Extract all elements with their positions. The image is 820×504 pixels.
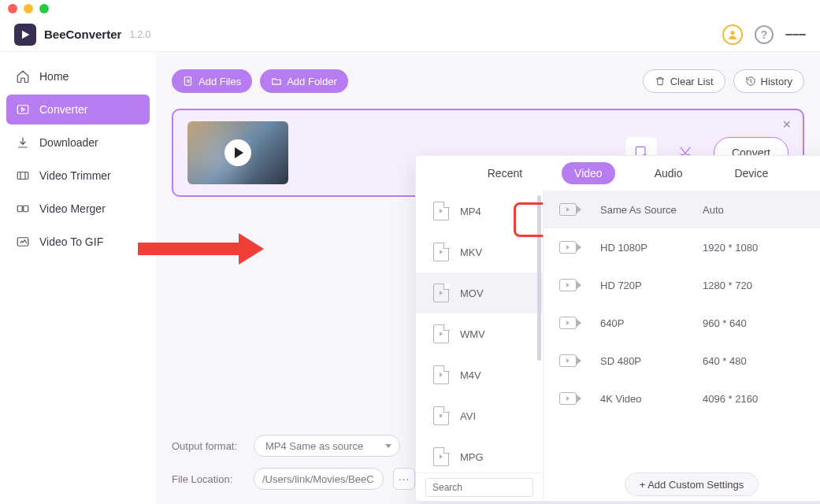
format-item-mp4[interactable]: MP4 (416, 191, 543, 232)
svg-rect-6 (184, 77, 191, 86)
merge-icon (16, 202, 30, 216)
tab-audio[interactable]: Audio (642, 162, 696, 184)
svg-rect-2 (17, 172, 28, 180)
file-icon (433, 284, 449, 302)
tab-recent[interactable]: Recent (475, 162, 535, 184)
format-item-m4v[interactable]: M4V (416, 354, 543, 395)
help-icon: ? (755, 25, 774, 44)
remove-clip-button[interactable]: ✕ (782, 118, 792, 131)
account-button[interactable] (722, 24, 743, 45)
format-label: MPG (460, 451, 484, 463)
sidebar-item-converter[interactable]: Converter (6, 94, 150, 124)
file-icon (433, 324, 449, 343)
help-button[interactable]: ? (754, 24, 774, 45)
window-close-icon[interactable] (8, 4, 17, 13)
window-zoom-icon[interactable] (39, 4, 49, 13)
svg-rect-3 (17, 206, 22, 212)
resolution-name: 4K Video (600, 393, 703, 405)
window-minimize-icon[interactable] (24, 4, 33, 13)
clear-list-label: Clear List (670, 76, 714, 87)
tab-label: Audio (655, 167, 683, 180)
resolution-name: SD 480P (600, 355, 703, 367)
resolution-item[interactable]: 4K Video4096 * 2160 (544, 380, 820, 417)
format-list[interactable]: MP4 MKV MOV WMV M4V AVI MPG (416, 191, 543, 472)
format-search-input[interactable] (425, 478, 533, 497)
camera-icon (559, 317, 577, 329)
resolution-item[interactable]: HD 1080P1920 * 1080 (544, 228, 820, 266)
format-item-mov[interactable]: MOV (416, 272, 543, 313)
sidebar-item-downloader[interactable]: Downloader (6, 128, 150, 158)
play-icon (224, 139, 251, 166)
output-format-label: Output format: (172, 440, 244, 452)
resolution-name: Same As Source (600, 204, 703, 216)
app-name: BeeConverter (44, 28, 121, 41)
format-popover: Recent Video Audio Device MP4 MKV MOV WM… (415, 155, 820, 502)
app-logo-icon (14, 24, 36, 46)
resolution-item[interactable]: Same As SourceAuto (544, 191, 820, 228)
output-format-value: MP4 Same as source (265, 440, 363, 452)
svg-rect-1 (17, 106, 28, 114)
file-icon (433, 202, 449, 220)
format-label: WMV (460, 328, 485, 340)
add-custom-settings-button[interactable]: + Add Custom Settings (625, 472, 759, 496)
format-item-wmv[interactable]: WMV (416, 313, 543, 354)
output-format-select[interactable]: MP4 Same as source (254, 435, 400, 457)
format-label: MKV (460, 246, 482, 258)
add-folder-button[interactable]: Add Folder (260, 69, 348, 93)
main-toolbar: Add Files Add Folder Clear List History (172, 69, 804, 93)
file-icon (433, 243, 449, 261)
add-folder-label: Add Folder (287, 76, 337, 87)
file-location-value: /Users/link/Movies/BeeC (262, 473, 374, 485)
sidebar-item-gif[interactable]: Video To GIF (6, 227, 150, 257)
sidebar: Home Converter Downloader Video Trimmer … (0, 52, 156, 504)
format-item-mkv[interactable]: MKV (416, 232, 543, 272)
menu-button[interactable] (785, 24, 806, 45)
browse-path-button[interactable]: ··· (393, 468, 415, 490)
tab-device[interactable]: Device (722, 162, 781, 184)
user-icon (722, 24, 743, 45)
sidebar-item-home[interactable]: Home (6, 61, 150, 91)
resolution-size: 640 * 480 (703, 355, 747, 367)
sidebar-item-merger[interactable]: Video Merger (6, 194, 150, 224)
sidebar-item-label: Home (39, 70, 69, 83)
format-item-avi[interactable]: AVI (416, 395, 543, 436)
clear-list-button[interactable]: Clear List (643, 69, 725, 93)
camera-icon (559, 241, 577, 254)
resolution-list: Same As SourceAuto HD 1080P1920 * 1080 H… (544, 191, 820, 468)
tab-label: Device (734, 167, 768, 180)
history-button[interactable]: History (733, 69, 804, 93)
format-column: MP4 MKV MOV WMV M4V AVI MPG (416, 191, 544, 501)
add-custom-label: + Add Custom Settings (640, 479, 744, 491)
resolution-size: Auto (703, 204, 724, 216)
format-label: MP4 (460, 206, 481, 217)
sidebar-item-label: Video Merger (39, 202, 106, 215)
sidebar-item-trimmer[interactable]: Video Trimmer (6, 161, 150, 191)
resolution-size: 4096 * 2160 (703, 393, 758, 405)
format-label: MOV (460, 287, 484, 299)
window-titlebar (0, 0, 820, 17)
add-files-button[interactable]: Add Files (172, 69, 252, 93)
resolution-name: HD 1080P (600, 242, 703, 254)
resolution-size: 1920 * 1080 (703, 242, 758, 254)
home-icon (16, 69, 30, 83)
tab-label: Video (574, 167, 603, 180)
svg-rect-4 (24, 206, 28, 212)
download-icon (16, 135, 30, 150)
convert-icon (16, 102, 30, 117)
resolution-size: 1280 * 720 (703, 280, 752, 291)
camera-icon (559, 392, 577, 405)
resolution-item[interactable]: HD 720P1280 * 720 (544, 266, 820, 304)
main-panel: Add Files Add Folder Clear List History … (156, 52, 820, 504)
resolution-item[interactable]: 640P960 * 640 (544, 304, 820, 342)
sidebar-item-label: Video To GIF (39, 235, 103, 248)
app-version: 1.2.0 (129, 29, 150, 40)
resolution-item[interactable]: SD 480P640 * 480 (544, 342, 820, 380)
tab-video[interactable]: Video (562, 162, 615, 184)
format-item-mpg[interactable]: MPG (416, 436, 543, 472)
clip-thumbnail[interactable] (187, 121, 288, 184)
sidebar-item-label: Downloader (39, 136, 98, 149)
camera-icon (559, 279, 577, 291)
resolution-name: HD 720P (600, 280, 703, 291)
format-label: M4V (460, 369, 481, 381)
file-location-display: /Users/link/Movies/BeeC (254, 468, 384, 490)
